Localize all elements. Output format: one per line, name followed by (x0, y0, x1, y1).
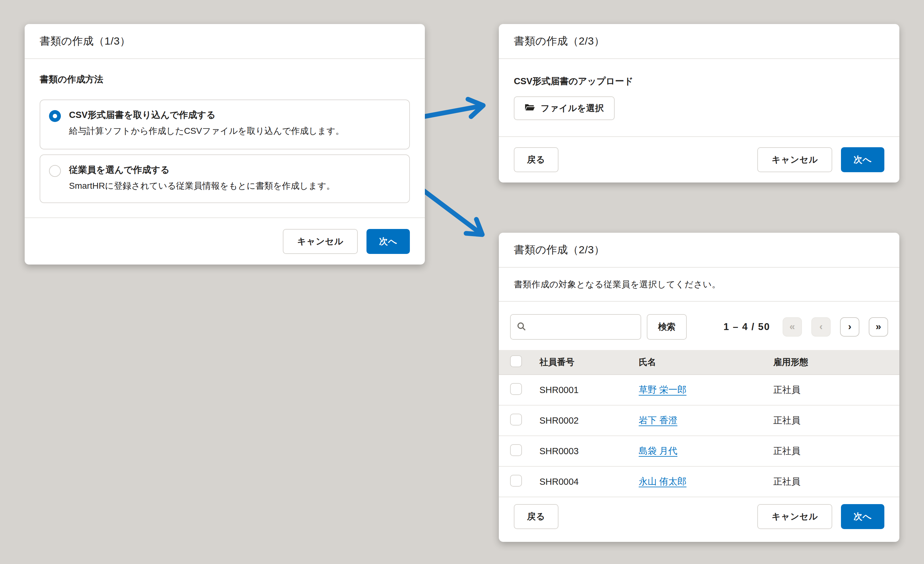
arrow-to-employee-list-head (466, 219, 482, 235)
dialog-create-step1: 書類の作成（1/3） 書類の作成方法 CSV形式届書を取り込んで作成する 給与計… (25, 24, 425, 265)
dialog3-title: 書類の作成（2/3） (514, 243, 604, 257)
next-button[interactable]: 次へ (366, 229, 410, 254)
first-page-button: « (783, 317, 802, 337)
employee-id: SHR0002 (539, 416, 639, 426)
employment-type: 正社員 (773, 414, 899, 427)
flow-canvas: 書類の作成（1/3） 書類の作成方法 CSV形式届書を取り込んで作成する 給与計… (0, 0, 924, 564)
cancel-button[interactable]: キャンセル (283, 229, 358, 254)
row-checkbox[interactable] (510, 414, 522, 425)
search-box (510, 314, 641, 340)
option-select-employee-label: 従業員を選んで作成する (69, 165, 335, 175)
column-employee-id: 社員番号 (539, 356, 639, 368)
pagination-range: 1 – 4 / 50 (724, 321, 770, 332)
option-select-employee-description: SmartHRに登録されている従業員情報をもとに書類を作成します。 (69, 180, 335, 191)
employment-type: 正社員 (773, 476, 899, 488)
employment-type: 正社員 (773, 445, 899, 457)
file-select-button[interactable]: ファイルを選択 (514, 96, 615, 120)
select-all-checkbox[interactable] (510, 355, 522, 367)
row-checkbox[interactable] (510, 383, 522, 395)
radio-selected-icon[interactable] (49, 110, 61, 122)
table-row: SHR0001 草野 栄一郎 正社員 (499, 375, 899, 405)
column-employment-type: 雇用形態 (773, 356, 899, 368)
dialog3-footer: 戻る キャンセル 次へ (499, 491, 899, 542)
search-input[interactable] (510, 314, 641, 340)
column-name: 氏名 (639, 356, 773, 368)
option-csv-import[interactable]: CSV形式届書を取り込んで作成する 給与計算ソフトから作成したCSVファイルを取… (40, 100, 410, 150)
pagination-controls: « ‹ › » (783, 317, 888, 337)
next-button[interactable]: 次へ (841, 147, 884, 172)
table-row: SHR0003 島袋 月代 正社員 (499, 436, 899, 467)
option-csv-import-description: 給与計算ソフトから作成したCSVファイルを取り込んで作成します。 (69, 126, 344, 137)
employee-name-link[interactable]: 島袋 月代 (639, 446, 677, 456)
option-select-employee-text: 従業員を選んで作成する SmartHRに登録されている従業員情報をもとに書類を作… (69, 165, 335, 191)
table-toolbar: 検索 1 – 4 / 50 « ‹ › » (499, 302, 899, 350)
dialog1-title: 書類の作成（1/3） (40, 34, 130, 48)
employee-table: 社員番号 氏名 雇用形態 SHR0001 草野 栄一郎 正社員 SHR0002 … (499, 350, 899, 497)
search-icon (516, 321, 526, 332)
table-row: SHR0002 岩下 香澄 正社員 (499, 405, 899, 436)
dialog2-body: CSV形式届書のアップロード ファイルを選択 (499, 59, 899, 120)
back-button[interactable]: 戻る (514, 147, 558, 172)
dialog-csv-upload: 書類の作成（2/3） CSV形式届書のアップロード ファイルを選択 戻る キャン… (499, 24, 899, 183)
cancel-button[interactable]: キャンセル (757, 504, 832, 529)
option-select-employee[interactable]: 従業員を選んで作成する SmartHRに登録されている従業員情報をもとに書類を作… (40, 154, 410, 203)
arrow-to-upload-head (468, 99, 483, 117)
creation-method-label: 書類の作成方法 (40, 73, 410, 86)
dialog3-description: 書類作成の対象となる従業員を選択してください。 (499, 268, 899, 302)
cancel-button[interactable]: キャンセル (757, 147, 832, 172)
prev-page-button: ‹ (811, 317, 831, 337)
dialog1-footer: キャンセル 次へ (25, 217, 425, 265)
employee-id: SHR0004 (539, 477, 639, 487)
employee-name-link[interactable]: 岩下 香澄 (639, 415, 677, 425)
option-csv-import-label: CSV形式届書を取り込んで作成する (69, 109, 344, 120)
row-checkbox[interactable] (510, 475, 522, 487)
table-header-row: 社員番号 氏名 雇用形態 (499, 350, 899, 375)
employment-type: 正社員 (773, 384, 899, 396)
dialog3-header: 書類の作成（2/3） (499, 233, 899, 268)
next-page-button[interactable]: › (840, 317, 860, 337)
dialog1-header: 書類の作成（1/3） (25, 24, 425, 59)
dialog1-body: 書類の作成方法 CSV形式届書を取り込んで作成する 給与計算ソフトから作成したC… (25, 59, 425, 203)
dialog2-footer: 戻る キャンセル 次へ (499, 136, 899, 183)
dialog2-header: 書類の作成（2/3） (499, 24, 899, 59)
search-button[interactable]: 検索 (647, 314, 687, 340)
last-page-button[interactable]: » (869, 317, 888, 337)
employee-id: SHR0001 (539, 385, 639, 395)
employee-name-link[interactable]: 永山 侑太郎 (639, 476, 687, 486)
back-button[interactable]: 戻る (514, 504, 558, 529)
dialog2-title: 書類の作成（2/3） (514, 34, 604, 48)
next-button[interactable]: 次へ (841, 504, 884, 529)
employee-id: SHR0003 (539, 446, 639, 456)
employee-name-link[interactable]: 草野 栄一郎 (639, 384, 687, 395)
folder-open-icon (524, 103, 535, 113)
row-checkbox[interactable] (510, 444, 522, 456)
option-csv-import-text: CSV形式届書を取り込んで作成する 給与計算ソフトから作成したCSVファイルを取… (69, 109, 344, 137)
file-select-button-label: ファイルを選択 (541, 102, 604, 114)
csv-upload-label: CSV形式届書のアップロード (514, 75, 884, 88)
dialog-employee-select: 書類の作成（2/3） 書類作成の対象となる従業員を選択してください。 検索 1 … (499, 233, 899, 542)
radio-unselected-icon[interactable] (49, 165, 61, 177)
